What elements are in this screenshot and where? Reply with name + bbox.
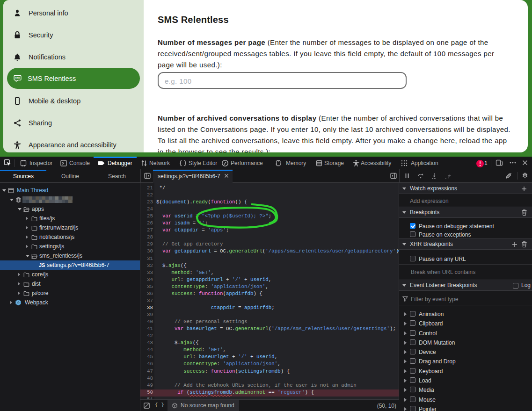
svg-text:sms: sms <box>15 76 20 79</box>
